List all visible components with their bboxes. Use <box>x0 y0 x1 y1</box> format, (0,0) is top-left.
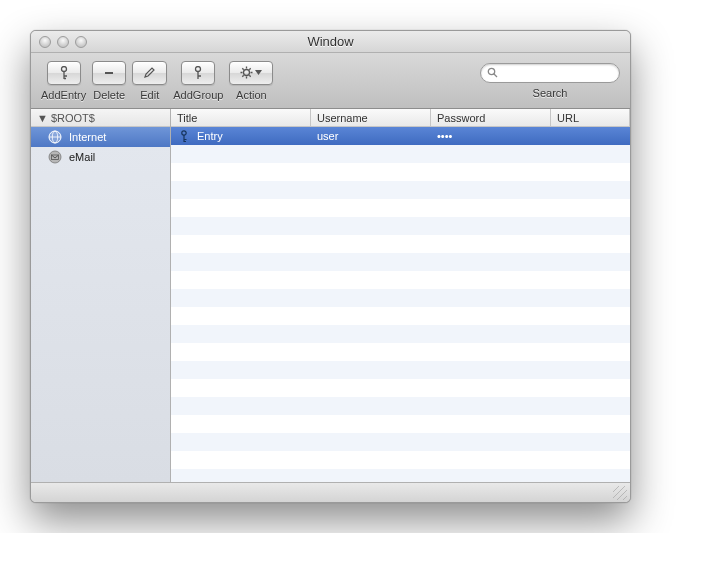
entry-username: user <box>317 130 338 142</box>
add-group-button[interactable] <box>181 61 215 85</box>
app-window: Window AddEntry Delete <box>30 30 631 503</box>
toolbar-search: Search <box>480 63 620 99</box>
svg-point-5 <box>196 66 201 71</box>
search-input[interactable] <box>502 67 613 79</box>
search-icon <box>487 67 498 78</box>
sidebar-item-label: Internet <box>69 131 106 143</box>
globe-icon <box>47 129 63 145</box>
add-entry-button[interactable] <box>47 61 81 85</box>
toolbar-add-entry: AddEntry <box>41 61 86 101</box>
window-title: Window <box>31 34 630 49</box>
action-label: Action <box>236 89 267 101</box>
svg-line-18 <box>494 74 497 77</box>
delete-label: Delete <box>93 89 125 101</box>
key-group-icon <box>192 66 204 80</box>
svg-line-13 <box>243 68 244 69</box>
action-button[interactable] <box>229 61 273 85</box>
edit-button[interactable] <box>132 61 167 85</box>
sidebar-root-label: $ROOT$ <box>51 112 95 124</box>
entry-password: •••• <box>437 130 452 142</box>
sidebar-item-email[interactable]: eMail <box>31 147 170 167</box>
titlebar: Window <box>31 31 630 53</box>
add-group-label: AddGroup <box>173 89 223 101</box>
column-header-password[interactable]: Password <box>431 109 551 126</box>
key-icon <box>177 129 191 143</box>
toolbar-edit: Edit <box>132 61 167 101</box>
main-panel: Title Username Password URL Entry user •… <box>171 109 630 482</box>
svg-point-0 <box>61 66 66 71</box>
table-row[interactable]: Entry user •••• <box>171 127 630 145</box>
entry-title: Entry <box>197 130 223 142</box>
minus-icon <box>103 67 115 79</box>
search-label: Search <box>533 87 568 99</box>
toolbar: AddEntry Delete Edit <box>31 53 630 109</box>
svg-point-22 <box>49 151 61 163</box>
pencil-icon <box>143 66 156 79</box>
svg-point-17 <box>488 68 494 74</box>
sidebar: ▼ $ROOT$ Internet eMail <box>31 109 171 482</box>
add-entry-label: AddEntry <box>41 89 86 101</box>
svg-line-14 <box>250 75 251 76</box>
svg-point-24 <box>182 130 186 134</box>
table-header: Title Username Password URL <box>171 109 630 127</box>
svg-point-8 <box>244 70 250 76</box>
disclosure-triangle-icon: ▼ <box>37 112 48 124</box>
toolbar-action: Action <box>229 61 273 101</box>
gear-icon <box>240 66 262 79</box>
statusbar <box>31 482 630 502</box>
key-icon <box>58 66 70 80</box>
column-header-title[interactable]: Title <box>171 109 311 126</box>
table-body[interactable]: Entry user •••• <box>171 127 630 482</box>
delete-button[interactable] <box>92 61 126 85</box>
toolbar-delete: Delete <box>92 61 126 101</box>
svg-line-15 <box>243 75 244 76</box>
resize-grip-icon[interactable] <box>613 486 627 500</box>
svg-line-16 <box>250 68 251 69</box>
sidebar-item-internet[interactable]: Internet <box>31 127 170 147</box>
sidebar-item-label: eMail <box>69 151 95 163</box>
edit-label: Edit <box>140 89 159 101</box>
mail-icon <box>47 149 63 165</box>
column-header-url[interactable]: URL <box>551 109 630 126</box>
toolbar-add-group: AddGroup <box>173 61 223 101</box>
content-area: ▼ $ROOT$ Internet eMail Title Username <box>31 109 630 482</box>
search-field[interactable] <box>480 63 620 83</box>
sidebar-root-header[interactable]: ▼ $ROOT$ <box>31 109 170 127</box>
column-header-username[interactable]: Username <box>311 109 431 126</box>
